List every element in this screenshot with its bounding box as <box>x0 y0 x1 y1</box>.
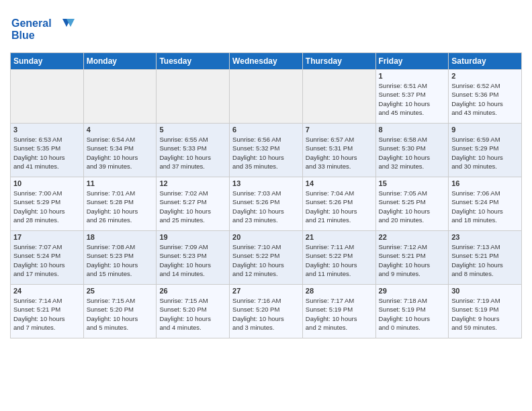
calendar-cell: 9Sunrise: 6:59 AM Sunset: 5:29 PM Daylig… <box>449 124 522 177</box>
calendar-cell <box>11 70 84 124</box>
day-info-text: Sunrise: 7:10 AM Sunset: 5:22 PM Dayligh… <box>232 242 300 278</box>
day-info-text: Sunrise: 6:52 AM Sunset: 5:36 PM Dayligh… <box>451 81 519 117</box>
day-number: 22 <box>379 233 446 241</box>
calendar-table: SundayMondayTuesdayWednesdayThursdayFrid… <box>10 52 522 338</box>
day-info-text: Sunrise: 7:14 AM Sunset: 5:21 PM Dayligh… <box>13 296 81 332</box>
calendar-cell: 7Sunrise: 6:57 AM Sunset: 5:31 PM Daylig… <box>302 124 375 177</box>
day-info-text: Sunrise: 6:51 AM Sunset: 5:37 PM Dayligh… <box>379 81 446 117</box>
calendar-week-row: 17Sunrise: 7:07 AM Sunset: 5:24 PM Dayli… <box>11 231 522 285</box>
day-info-text: Sunrise: 7:17 AM Sunset: 5:19 PM Dayligh… <box>306 296 373 332</box>
day-number: 17 <box>13 233 81 241</box>
calendar-cell: 25Sunrise: 7:15 AM Sunset: 5:20 PM Dayli… <box>83 285 157 338</box>
calendar-cell: 20Sunrise: 7:10 AM Sunset: 5:22 PM Dayli… <box>230 231 303 285</box>
day-info-text: Sunrise: 7:08 AM Sunset: 5:23 PM Dayligh… <box>87 242 154 278</box>
day-number: 12 <box>159 179 226 187</box>
day-info-text: Sunrise: 7:03 AM Sunset: 5:26 PM Dayligh… <box>232 189 300 224</box>
day-info-text: Sunrise: 7:12 AM Sunset: 5:21 PM Dayligh… <box>379 242 446 278</box>
calendar-cell: 13Sunrise: 7:03 AM Sunset: 5:26 PM Dayli… <box>230 177 303 231</box>
calendar-cell: 21Sunrise: 7:11 AM Sunset: 5:22 PM Dayli… <box>302 231 375 285</box>
day-number: 28 <box>306 287 373 295</box>
calendar-cell: 26Sunrise: 7:15 AM Sunset: 5:20 PM Dayli… <box>157 285 230 338</box>
day-info-text: Sunrise: 6:59 AM Sunset: 5:29 PM Dayligh… <box>451 135 519 171</box>
day-info-text: Sunrise: 7:09 AM Sunset: 5:23 PM Dayligh… <box>159 242 226 278</box>
calendar-week-row: 3Sunrise: 6:53 AM Sunset: 5:35 PM Daylig… <box>11 124 522 177</box>
day-number: 2 <box>451 72 519 80</box>
logo: General Blue <box>10 12 77 48</box>
day-info-text: Sunrise: 7:13 AM Sunset: 5:21 PM Dayligh… <box>451 242 519 278</box>
calendar-cell: 3Sunrise: 6:53 AM Sunset: 5:35 PM Daylig… <box>11 124 84 177</box>
day-info-text: Sunrise: 7:19 AM Sunset: 5:19 PM Dayligh… <box>451 296 519 332</box>
day-info-text: Sunrise: 7:15 AM Sunset: 5:20 PM Dayligh… <box>159 296 226 332</box>
weekday-header-friday: Friday <box>375 53 449 70</box>
calendar-cell <box>230 70 303 124</box>
calendar-body: 1Sunrise: 6:51 AM Sunset: 5:37 PM Daylig… <box>11 70 522 338</box>
day-info-text: Sunrise: 6:58 AM Sunset: 5:30 PM Dayligh… <box>379 135 446 171</box>
calendar-cell <box>157 70 230 124</box>
weekday-header-monday: Monday <box>83 53 157 70</box>
day-info-text: Sunrise: 6:56 AM Sunset: 5:32 PM Dayligh… <box>232 135 300 171</box>
day-number: 7 <box>306 126 373 134</box>
day-number: 10 <box>13 179 81 187</box>
calendar-cell: 18Sunrise: 7:08 AM Sunset: 5:23 PM Dayli… <box>83 231 157 285</box>
day-info-text: Sunrise: 7:02 AM Sunset: 5:27 PM Dayligh… <box>159 189 226 224</box>
day-info-text: Sunrise: 6:53 AM Sunset: 5:35 PM Dayligh… <box>13 135 81 171</box>
svg-text:Blue: Blue <box>11 30 35 41</box>
day-info-text: Sunrise: 7:05 AM Sunset: 5:25 PM Dayligh… <box>379 189 446 224</box>
calendar-cell <box>302 70 375 124</box>
calendar-cell: 22Sunrise: 7:12 AM Sunset: 5:21 PM Dayli… <box>375 231 449 285</box>
calendar-cell: 12Sunrise: 7:02 AM Sunset: 5:27 PM Dayli… <box>157 177 230 231</box>
day-number: 20 <box>232 233 300 241</box>
weekday-header-sunday: Sunday <box>11 53 84 70</box>
calendar-cell: 1Sunrise: 6:51 AM Sunset: 5:37 PM Daylig… <box>375 70 449 124</box>
day-number: 23 <box>451 233 519 241</box>
day-number: 11 <box>87 179 154 187</box>
svg-text:General: General <box>11 17 52 29</box>
calendar-cell: 30Sunrise: 7:19 AM Sunset: 5:19 PM Dayli… <box>449 285 522 338</box>
day-number: 9 <box>451 126 519 134</box>
day-number: 1 <box>379 72 446 80</box>
calendar-cell: 27Sunrise: 7:16 AM Sunset: 5:20 PM Dayli… <box>230 285 303 338</box>
calendar-week-row: 1Sunrise: 6:51 AM Sunset: 5:37 PM Daylig… <box>11 70 522 124</box>
calendar-cell: 8Sunrise: 6:58 AM Sunset: 5:30 PM Daylig… <box>375 124 449 177</box>
day-number: 19 <box>159 233 226 241</box>
calendar-cell <box>83 70 157 124</box>
day-number: 24 <box>13 287 81 295</box>
day-info-text: Sunrise: 6:55 AM Sunset: 5:33 PM Dayligh… <box>159 135 226 171</box>
day-number: 27 <box>232 287 300 295</box>
calendar-cell: 24Sunrise: 7:14 AM Sunset: 5:21 PM Dayli… <box>11 285 84 338</box>
calendar-cell: 6Sunrise: 6:56 AM Sunset: 5:32 PM Daylig… <box>230 124 303 177</box>
page-header: General Blue <box>10 9 522 48</box>
day-info-text: Sunrise: 7:07 AM Sunset: 5:24 PM Dayligh… <box>13 242 81 278</box>
calendar-cell: 11Sunrise: 7:01 AM Sunset: 5:28 PM Dayli… <box>83 177 157 231</box>
calendar-week-row: 24Sunrise: 7:14 AM Sunset: 5:21 PM Dayli… <box>11 285 522 338</box>
day-number: 25 <box>87 287 154 295</box>
day-info-text: Sunrise: 7:06 AM Sunset: 5:24 PM Dayligh… <box>451 189 519 224</box>
weekday-header-thursday: Thursday <box>302 53 375 70</box>
calendar-cell: 17Sunrise: 7:07 AM Sunset: 5:24 PM Dayli… <box>11 231 84 285</box>
day-number: 6 <box>232 126 300 134</box>
calendar-cell: 2Sunrise: 6:52 AM Sunset: 5:36 PM Daylig… <box>449 70 522 124</box>
day-number: 15 <box>379 179 446 187</box>
weekday-header-row: SundayMondayTuesdayWednesdayThursdayFrid… <box>11 53 522 70</box>
calendar-cell: 29Sunrise: 7:18 AM Sunset: 5:19 PM Dayli… <box>375 285 449 338</box>
day-info-text: Sunrise: 7:01 AM Sunset: 5:28 PM Dayligh… <box>87 189 154 224</box>
weekday-header-saturday: Saturday <box>449 53 522 70</box>
calendar-week-row: 10Sunrise: 7:00 AM Sunset: 5:29 PM Dayli… <box>11 177 522 231</box>
day-number: 4 <box>87 126 154 134</box>
day-number: 8 <box>379 126 446 134</box>
calendar-cell: 28Sunrise: 7:17 AM Sunset: 5:19 PM Dayli… <box>302 285 375 338</box>
calendar-cell: 16Sunrise: 7:06 AM Sunset: 5:24 PM Dayli… <box>449 177 522 231</box>
calendar-cell: 15Sunrise: 7:05 AM Sunset: 5:25 PM Dayli… <box>375 177 449 231</box>
day-info-text: Sunrise: 7:11 AM Sunset: 5:22 PM Dayligh… <box>306 242 373 278</box>
weekday-header-wednesday: Wednesday <box>230 53 303 70</box>
day-number: 3 <box>13 126 81 134</box>
day-number: 29 <box>379 287 446 295</box>
calendar-cell: 4Sunrise: 6:54 AM Sunset: 5:34 PM Daylig… <box>83 124 157 177</box>
day-number: 16 <box>451 179 519 187</box>
day-info-text: Sunrise: 6:54 AM Sunset: 5:34 PM Dayligh… <box>87 135 154 171</box>
calendar-cell: 10Sunrise: 7:00 AM Sunset: 5:29 PM Dayli… <box>11 177 84 231</box>
day-info-text: Sunrise: 6:57 AM Sunset: 5:31 PM Dayligh… <box>306 135 373 171</box>
day-info-text: Sunrise: 7:18 AM Sunset: 5:19 PM Dayligh… <box>379 296 446 332</box>
calendar-cell: 23Sunrise: 7:13 AM Sunset: 5:21 PM Dayli… <box>449 231 522 285</box>
calendar-cell: 5Sunrise: 6:55 AM Sunset: 5:33 PM Daylig… <box>157 124 230 177</box>
